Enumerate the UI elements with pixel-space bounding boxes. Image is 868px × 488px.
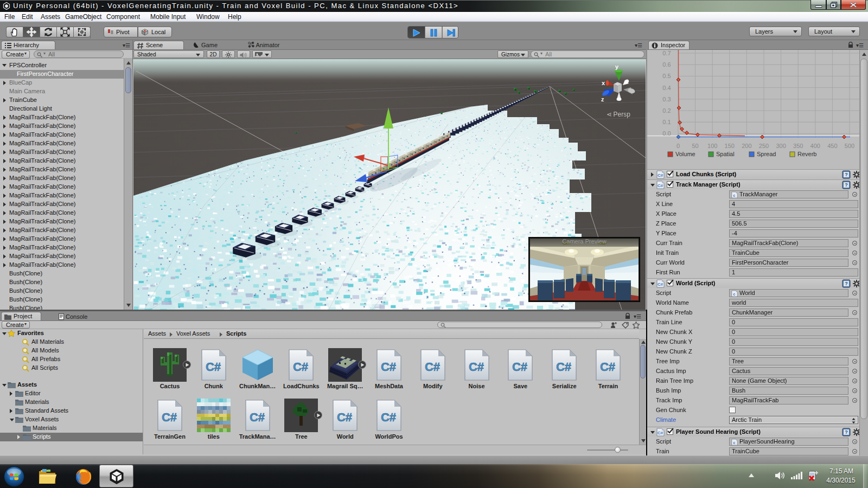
svg-text:0.6: 0.6 [662, 61, 671, 68]
svg-text:c: c [733, 440, 736, 445]
svg-text:0.3: 0.3 [662, 96, 671, 102]
svg-text:0.4: 0.4 [662, 85, 671, 91]
svg-text:C#: C# [250, 410, 265, 424]
svg-text:400: 400 [810, 143, 820, 149]
svg-text:0.1: 0.1 [662, 119, 671, 125]
svg-text:300: 300 [776, 143, 786, 149]
svg-text:C#: C# [658, 173, 663, 178]
svg-text:50: 50 [692, 143, 698, 149]
svg-text:C#: C# [469, 360, 484, 374]
svg-text:C#: C# [658, 431, 663, 435]
svg-text:C#: C# [600, 360, 615, 374]
svg-text:?: ? [845, 172, 848, 177]
svg-text:c: c [733, 193, 736, 198]
svg-text:100: 100 [707, 143, 717, 149]
svg-text:C#: C# [206, 360, 221, 374]
svg-text:0.5: 0.5 [662, 73, 671, 79]
svg-text:Spatial: Spatial [716, 151, 735, 157]
svg-text:350: 350 [793, 143, 803, 149]
svg-text:?: ? [845, 182, 848, 188]
svg-text:z: z [601, 96, 604, 102]
svg-text:C#: C# [381, 410, 396, 424]
svg-text:?: ? [845, 281, 848, 286]
svg-text:200: 200 [742, 143, 751, 149]
svg-text:0.2: 0.2 [662, 107, 671, 114]
svg-text:x: x [602, 80, 605, 86]
svg-text:C#: C# [337, 410, 352, 424]
svg-text:C#: C# [512, 360, 527, 374]
svg-text:0.7: 0.7 [662, 50, 671, 56]
svg-text:450: 450 [827, 143, 837, 149]
svg-text:Spread: Spread [757, 151, 776, 157]
svg-text:C#: C# [658, 183, 663, 188]
svg-text:150: 150 [725, 143, 735, 149]
svg-text:?: ? [845, 429, 848, 435]
svg-text:0.0: 0.0 [662, 130, 671, 137]
svg-text:C#: C# [556, 360, 571, 374]
svg-text:C#: C# [381, 360, 396, 374]
svg-text:500: 500 [845, 143, 854, 149]
svg-text:Reverb: Reverb [797, 151, 816, 157]
svg-text:c: c [733, 292, 736, 297]
svg-text:y: y [615, 63, 619, 70]
svg-text:C#: C# [425, 360, 440, 374]
svg-text:0: 0 [676, 143, 680, 149]
svg-text:250: 250 [759, 143, 769, 149]
svg-text:C#: C# [658, 282, 663, 287]
svg-text:Volume: Volume [675, 151, 695, 157]
svg-text:C#: C# [293, 360, 308, 374]
svg-text:C#: C# [162, 410, 177, 424]
